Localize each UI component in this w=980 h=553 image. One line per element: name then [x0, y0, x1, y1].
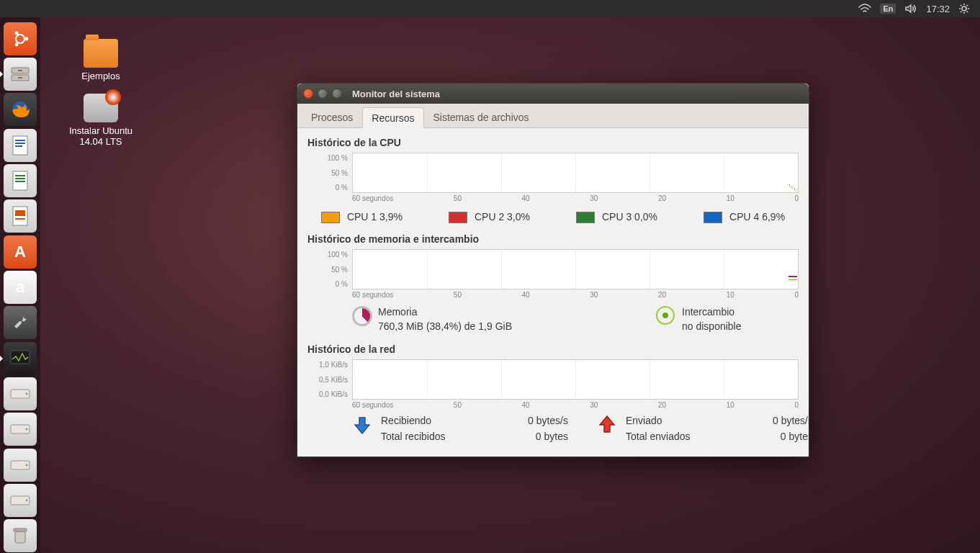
- net-chart-area: [352, 359, 799, 400]
- volume-icon: [904, 4, 917, 14]
- legend-item-cpu2[interactable]: CPU 2 3,0%: [449, 211, 530, 223]
- x-label: 10: [727, 401, 734, 409]
- x-label: 0: [794, 401, 799, 409]
- x-label: 40: [522, 291, 530, 299]
- document-icon: [11, 135, 30, 156]
- x-label: 30: [590, 291, 598, 299]
- recv-total-label: Total recibidos: [381, 431, 482, 442]
- resources-body: Histórico de la CPU 100 % 50 % 0 % 60 se…: [297, 128, 809, 451]
- net-section-title: Histórico de la red: [307, 343, 799, 355]
- svg-point-1: [16, 35, 24, 43]
- legend-item-cpu1[interactable]: CPU 1 3,9%: [321, 211, 403, 223]
- memory-label: Memoria: [378, 306, 512, 318]
- recv-total: 0 bytes: [489, 431, 568, 442]
- svg-rect-16: [15, 178, 25, 179]
- launcher-drive-2[interactable]: [3, 413, 37, 446]
- swap-label: Intercambio: [682, 306, 742, 318]
- network-indicator[interactable]: [854, 0, 876, 17]
- send-rate: 0 bytes/s: [734, 415, 809, 426]
- launcher-drive-4[interactable]: [3, 483, 37, 517]
- arrow-up-icon: [597, 415, 617, 435]
- tab-procesos[interactable]: Procesos: [302, 107, 362, 127]
- desktop-icon-label: Ejemplos: [58, 71, 144, 81]
- launcher-writer[interactable]: [3, 128, 37, 162]
- x-label: 20: [658, 401, 666, 409]
- wrench-icon: [11, 313, 30, 332]
- launcher-calc[interactable]: [3, 163, 37, 197]
- cpu-chart: 100 % 50 % 0 %: [307, 153, 799, 193]
- legend-item-cpu4[interactable]: CPU 4 6,9%: [703, 211, 785, 223]
- swap-dot-icon: [656, 306, 675, 325]
- titlebar[interactable]: Monitor del sistema: [297, 84, 809, 104]
- x-label: 50: [454, 194, 462, 202]
- send-total-label: Total enviados: [626, 431, 727, 442]
- net-send[interactable]: Enviado 0 bytes/s Total enviados 0 bytes: [597, 415, 809, 442]
- x-label: 40: [522, 401, 530, 409]
- svg-point-4: [15, 42, 19, 46]
- launcher-drive-3[interactable]: [3, 448, 37, 482]
- net-chart: 1,0 KiB/s 0,5 KiB/s 0,0 KiB/s: [307, 359, 799, 400]
- svg-rect-11: [15, 140, 25, 141]
- drawer-icon: [10, 66, 30, 82]
- session-indicator[interactable]: [954, 0, 974, 17]
- sound-indicator[interactable]: [900, 0, 922, 17]
- launcher-trash[interactable]: [3, 519, 37, 553]
- x-label: 60 segundos: [352, 194, 393, 202]
- launcher-impress[interactable]: [3, 199, 37, 233]
- desktop-icon-ejemplos[interactable]: Ejemplos: [58, 39, 144, 81]
- top-panel: En 17:32: [0, 0, 980, 17]
- window-title: Monitor del sistema: [352, 89, 440, 99]
- spreadsheet-icon: [11, 170, 30, 192]
- launcher-dash[interactable]: [3, 22, 37, 55]
- swap-value: no disponible: [682, 320, 742, 332]
- trash-icon: [12, 526, 29, 546]
- launcher-files[interactable]: [3, 57, 37, 91]
- drive-icon: [9, 458, 31, 472]
- launcher-settings[interactable]: [3, 306, 37, 340]
- desktop-icon-install-ubuntu[interactable]: Instalar Ubuntu 14.04 LTS: [58, 94, 144, 147]
- y-label: 0,0 KiB/s: [307, 390, 348, 398]
- desktop-icon-label: Instalar Ubuntu: [58, 125, 144, 136]
- x-label: 60 segundos: [352, 291, 393, 299]
- launcher-firefox[interactable]: [3, 93, 37, 127]
- svg-point-2: [25, 37, 29, 40]
- mem-section-title: Histórico de memoria e intercambio: [307, 233, 799, 245]
- launcher-amazon[interactable]: a: [3, 270, 37, 304]
- swatch-icon: [576, 212, 595, 223]
- clock[interactable]: 17:32: [922, 0, 954, 17]
- y-label: 0,5 KiB/s: [307, 376, 348, 384]
- launcher-software-center[interactable]: A: [3, 235, 37, 269]
- cpu-section-title: Histórico de la CPU: [307, 137, 799, 148]
- x-label: 0: [794, 291, 799, 299]
- net-recv[interactable]: Recibiendo 0 bytes/s Total recibidos 0 b…: [352, 415, 568, 442]
- legend-item-cpu3[interactable]: CPU 3 0,0%: [576, 211, 657, 223]
- tabs: Procesos Recursos Sistemas de archivos: [297, 104, 809, 128]
- window-close-button[interactable]: [303, 89, 313, 99]
- x-label: 50: [454, 291, 462, 299]
- swap-item[interactable]: Intercambio no disponible: [656, 306, 742, 332]
- drive-icon: [9, 387, 31, 401]
- y-label: 100 %: [307, 251, 348, 258]
- tab-sistemas[interactable]: Sistemas de archivos: [424, 107, 539, 127]
- recv-rate: 0 bytes/s: [489, 415, 568, 426]
- y-label: 100 %: [307, 154, 348, 162]
- x-label: 30: [590, 194, 598, 202]
- swatch-icon: [703, 212, 722, 223]
- memory-value: 760,3 MiB (38,4%) de 1,9 GiB: [378, 320, 512, 332]
- installer-icon: [84, 94, 118, 122]
- svg-rect-19: [15, 210, 25, 216]
- swatch-icon: [321, 212, 340, 223]
- launcher-drive-1[interactable]: [3, 377, 37, 410]
- launcher-system-monitor[interactable]: [3, 341, 37, 375]
- tab-recursos[interactable]: Recursos: [362, 107, 423, 128]
- arrow-down-icon: [352, 415, 372, 435]
- language-indicator[interactable]: En: [876, 0, 900, 17]
- recv-label: Recibiendo: [381, 415, 482, 426]
- desktop-icon-label-2: 14.04 LTS: [58, 136, 144, 147]
- window-maximize-button[interactable]: [332, 89, 342, 99]
- memory-item[interactable]: Memoria 760,3 MiB (38,4%) de 1,9 GiB: [352, 306, 512, 332]
- language-code: En: [880, 4, 896, 14]
- system-monitor-window: Monitor del sistema Procesos Recursos Si…: [297, 83, 809, 457]
- window-minimize-button[interactable]: [318, 89, 328, 99]
- svg-point-27: [26, 464, 28, 466]
